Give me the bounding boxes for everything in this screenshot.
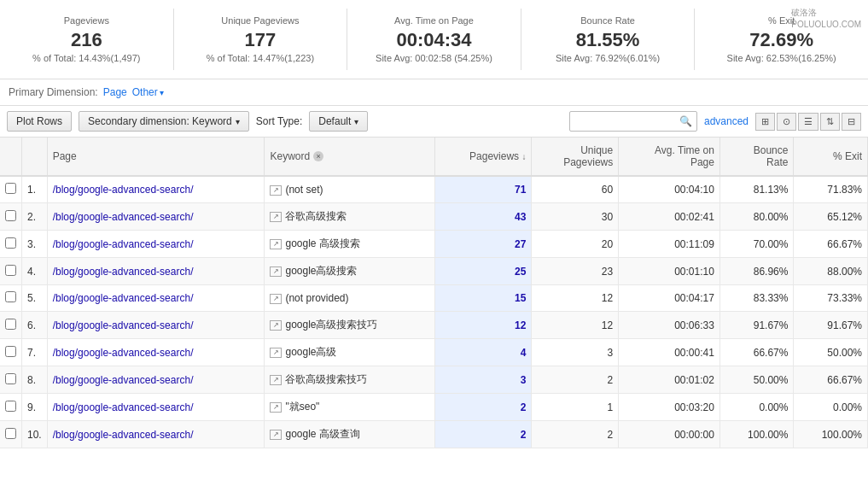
checkbox-input-7[interactable] <box>5 373 16 384</box>
summary-sub-0: % of Total: 14.43%(1,497) <box>9 53 165 63</box>
table-row: 4. /blog/google-advanced-search/ ↗google… <box>0 258 868 285</box>
row-pageviews-0: 71 <box>434 176 532 203</box>
row-checkbox-0[interactable] <box>0 176 22 203</box>
row-unique-4: 12 <box>532 285 619 312</box>
row-page-3[interactable]: /blog/google-advanced-search/ <box>47 258 265 285</box>
page-link-5: /blog/google-advanced-search/ <box>53 319 194 331</box>
summary-label-2: Avg. Time on Page <box>356 15 512 26</box>
row-avg-time-6: 00:00:41 <box>619 339 720 366</box>
table-row: 10. /blog/google-advanced-search/ ↗googl… <box>0 421 868 448</box>
row-keyword-6: ↗google高级 <box>265 339 434 366</box>
row-page-6[interactable]: /blog/google-advanced-search/ <box>47 339 265 366</box>
row-page-8[interactable]: /blog/google-advanced-search/ <box>47 394 265 421</box>
row-pageviews-8: 2 <box>434 394 532 421</box>
checkbox-input-4[interactable] <box>5 291 16 302</box>
row-checkbox-7[interactable] <box>0 366 22 394</box>
view-pivot-button[interactable]: ⊟ <box>842 113 861 131</box>
checkbox-input-2[interactable] <box>5 237 16 249</box>
page-link-9: /blog/google-advanced-search/ <box>53 429 194 441</box>
view-compare-button[interactable]: ⇅ <box>820 113 840 131</box>
table-row: 6. /blog/google-advanced-search/ ↗google… <box>0 312 868 339</box>
keyword-icon-0: ↗ <box>270 185 282 196</box>
row-exit-0: 71.83% <box>794 176 868 203</box>
row-exit-4: 73.33% <box>794 285 868 312</box>
row-bounce-6: 66.67% <box>719 339 794 366</box>
primary-dim-other[interactable]: Other <box>132 86 164 98</box>
row-page-7[interactable]: /blog/google-advanced-search/ <box>47 366 265 394</box>
view-pie-button[interactable]: ⊙ <box>777 113 796 131</box>
row-bounce-4: 83.33% <box>719 285 794 312</box>
row-pageviews-4: 15 <box>434 285 532 312</box>
th-bounce-rate[interactable]: BounceRate <box>719 138 794 176</box>
th-avg-time[interactable]: Avg. Time onPage <box>619 138 720 176</box>
primary-dim-page[interactable]: Page <box>103 86 127 98</box>
summary-value-4: 72.69% <box>703 29 859 51</box>
th-unique-pageviews[interactable]: UniquePageviews <box>532 138 619 176</box>
checkbox-input-8[interactable] <box>5 401 16 412</box>
row-num-1: 2. <box>22 203 48 231</box>
row-exit-8: 0.00% <box>794 394 868 421</box>
secondary-dimension-button[interactable]: Secondary dimension: Keyword <box>79 111 249 132</box>
row-exit-7: 66.67% <box>794 366 868 394</box>
row-page-9[interactable]: /blog/google-advanced-search/ <box>47 421 265 448</box>
row-exit-5: 91.67% <box>794 312 868 339</box>
row-checkbox-6[interactable] <box>0 339 22 366</box>
table-row: 1. /blog/google-advanced-search/ ↗(not s… <box>0 176 868 203</box>
row-checkbox-1[interactable] <box>0 203 22 231</box>
row-checkbox-2[interactable] <box>0 231 22 258</box>
watermark: 破洛洛 POLUOLUO.COM <box>791 7 861 31</box>
row-keyword-2: ↗google 高级搜索 <box>265 231 434 258</box>
checkbox-input-5[interactable] <box>5 319 16 330</box>
row-unique-0: 60 <box>532 176 619 203</box>
row-num-0: 1. <box>22 176 48 203</box>
sort-default-button[interactable]: Default <box>309 111 368 132</box>
search-input[interactable] <box>569 111 697 132</box>
primary-dimension-bar: Primary Dimension: Page Other <box>0 79 868 106</box>
row-keyword-3: ↗google高级搜索 <box>265 258 434 285</box>
row-unique-1: 30 <box>532 203 619 231</box>
keyword-remove-badge[interactable]: × <box>313 151 323 161</box>
row-bounce-0: 81.13% <box>719 176 794 203</box>
summary-sub-2: Site Avg: 00:02:58 (54.25%) <box>356 53 512 63</box>
th-keyword-label: Keyword <box>270 150 310 162</box>
row-page-0[interactable]: /blog/google-advanced-search/ <box>47 176 265 203</box>
row-avg-time-9: 00:00:00 <box>619 421 720 448</box>
row-pageviews-7: 3 <box>434 366 532 394</box>
th-checkbox <box>0 138 22 176</box>
keyword-icon-1: ↗ <box>270 212 282 222</box>
table-header-row: Page Keyword × Pageviews ↓ UniquePagevie… <box>0 138 868 176</box>
checkbox-input-0[interactable] <box>5 183 16 194</box>
view-grid-button[interactable]: ⊞ <box>755 113 775 131</box>
checkbox-input-3[interactable] <box>5 265 16 276</box>
advanced-link[interactable]: advanced <box>704 115 749 127</box>
table-row: 5. /blog/google-advanced-search/ ↗(not p… <box>0 285 868 312</box>
view-list-button[interactable]: ☰ <box>798 113 818 131</box>
row-checkbox-4[interactable] <box>0 285 22 312</box>
row-unique-3: 23 <box>532 258 619 285</box>
row-page-1[interactable]: /blog/google-advanced-search/ <box>47 203 265 231</box>
row-pageviews-1: 43 <box>434 203 532 231</box>
th-pageviews[interactable]: Pageviews ↓ <box>434 138 532 176</box>
checkbox-input-6[interactable] <box>5 346 16 357</box>
page-link-0: /blog/google-advanced-search/ <box>53 184 194 196</box>
row-num-5: 6. <box>22 312 48 339</box>
row-checkbox-3[interactable] <box>0 258 22 285</box>
row-unique-5: 12 <box>532 312 619 339</box>
plot-rows-button[interactable]: Plot Rows <box>7 111 72 132</box>
th-exit[interactable]: % Exit <box>794 138 868 176</box>
row-page-2[interactable]: /blog/google-advanced-search/ <box>47 231 265 258</box>
row-checkbox-9[interactable] <box>0 421 22 448</box>
row-exit-1: 65.12% <box>794 203 868 231</box>
checkbox-input-9[interactable] <box>5 428 16 439</box>
row-num-4: 5. <box>22 285 48 312</box>
row-page-5[interactable]: /blog/google-advanced-search/ <box>47 312 265 339</box>
row-num-2: 3. <box>22 231 48 258</box>
row-checkbox-5[interactable] <box>0 312 22 339</box>
row-bounce-1: 80.00% <box>719 203 794 231</box>
row-num-6: 7. <box>22 339 48 366</box>
row-checkbox-8[interactable] <box>0 394 22 421</box>
checkbox-input-1[interactable] <box>5 210 16 221</box>
row-pageviews-5: 12 <box>434 312 532 339</box>
row-bounce-2: 70.00% <box>719 231 794 258</box>
row-page-4[interactable]: /blog/google-advanced-search/ <box>47 285 265 312</box>
